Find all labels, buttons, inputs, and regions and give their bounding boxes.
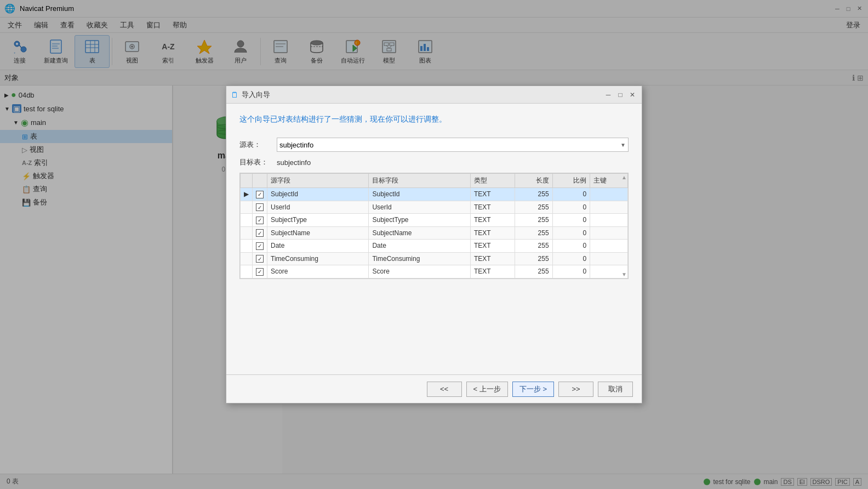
row-indicator: ▶: [241, 188, 253, 201]
length-cell: 255: [515, 240, 552, 253]
table-scroll[interactable]: 源字段 目标字段 类型 长度 比例 主键 ▶ ✓ Subject: [240, 173, 628, 278]
target-field-cell: SubjectId: [369, 188, 470, 201]
table-row: ✓ UserId UserId TEXT 255 0: [241, 201, 628, 214]
target-table-value: subjectinfo: [277, 158, 311, 167]
target-field-cell: Score: [369, 265, 470, 278]
dialog-hint: 这个向导已对表结构进行了一些猜测，现在你可以进行调整。: [239, 115, 629, 124]
row-checkbox[interactable]: ✓: [253, 201, 267, 214]
col-target-field: 目标字段: [369, 174, 470, 188]
pk-cell: [590, 226, 628, 240]
cancel-button[interactable]: 取消: [598, 382, 633, 397]
table-row: ▶ ✓ SubjectId SubjectId TEXT 255 0: [241, 188, 628, 201]
source-field-cell: UserId: [267, 201, 369, 214]
col-source-field: 源字段: [267, 174, 369, 188]
row-checkbox[interactable]: ✓: [253, 240, 267, 253]
table-row: ✓ Date Date TEXT 255 0: [241, 240, 628, 253]
row-checkbox[interactable]: ✓: [253, 226, 267, 240]
type-cell: TEXT: [470, 201, 515, 214]
scroll-up-button[interactable]: ▲: [621, 174, 627, 180]
source-table-row: 源表： subjectinfo ▼: [239, 138, 629, 152]
target-field-cell: SubjectName: [369, 226, 470, 240]
dialog-minimize-button[interactable]: ─: [603, 90, 613, 100]
source-field-cell: Score: [267, 265, 369, 278]
dialog-icon: 🗒: [231, 90, 238, 99]
table-row: ✓ SubjectType SubjectType TEXT 255 0: [241, 214, 628, 227]
first-page-button[interactable]: <<: [427, 382, 462, 397]
row-indicator: [241, 252, 253, 265]
target-field-cell: UserId: [369, 201, 470, 214]
next-step-button[interactable]: 下一步 >: [512, 382, 554, 397]
pk-cell: [590, 201, 628, 214]
source-field-cell: SubjectType: [267, 214, 369, 227]
scale-cell: 0: [552, 201, 590, 214]
length-cell: 255: [515, 188, 552, 201]
length-cell: 255: [515, 201, 552, 214]
length-cell: 255: [515, 226, 552, 240]
row-checkbox[interactable]: ✓: [253, 188, 267, 201]
field-mapping-table: 源字段 目标字段 类型 长度 比例 主键 ▶ ✓ Subject: [239, 173, 629, 279]
type-cell: TEXT: [470, 214, 515, 227]
type-cell: TEXT: [470, 240, 515, 253]
length-cell: 255: [515, 252, 552, 265]
col-length: 长度: [515, 174, 552, 188]
col-scale: 比例: [552, 174, 590, 188]
table-row: ✓ Score Score TEXT 255 0: [241, 265, 628, 278]
type-cell: TEXT: [470, 188, 515, 201]
source-field-cell: SubjectId: [267, 188, 369, 201]
last-page-button[interactable]: >>: [558, 382, 593, 397]
source-table-select[interactable]: subjectinfo ▼: [277, 138, 629, 152]
scroll-down-button[interactable]: ▼: [621, 271, 627, 277]
prev-step-button[interactable]: < 上一步: [466, 382, 508, 397]
target-field-cell: SubjectType: [369, 214, 470, 227]
col-type: 类型: [470, 174, 515, 188]
row-indicator: [241, 214, 253, 227]
target-table-row: 目标表： subjectinfo: [239, 157, 629, 167]
type-cell: TEXT: [470, 252, 515, 265]
scale-cell: 0: [552, 214, 590, 227]
target-label: 目标表：: [239, 157, 272, 167]
import-wizard-dialog: 🗒 导入向导 ─ □ ✕ 这个向导已对表结构进行了一些猜测，现在你可以进行调整。…: [226, 86, 642, 403]
source-label: 源表：: [239, 140, 272, 150]
source-field-cell: Date: [267, 240, 369, 253]
row-indicator: [241, 201, 253, 214]
table-row: ✓ TimeConsuming TimeConsuming TEXT 255 0: [241, 252, 628, 265]
target-field-cell: TimeConsuming: [369, 252, 470, 265]
scale-cell: 0: [552, 226, 590, 240]
target-field-cell: Date: [369, 240, 470, 253]
dialog-close-button[interactable]: ✕: [627, 90, 637, 100]
source-field-cell: SubjectName: [267, 226, 369, 240]
table-row: ✓ SubjectName SubjectName TEXT 255 0: [241, 226, 628, 240]
scale-cell: 0: [552, 188, 590, 201]
pk-cell: [590, 214, 628, 227]
scale-cell: 0: [552, 240, 590, 253]
col-indicator: [241, 174, 253, 188]
pk-cell: [590, 252, 628, 265]
dialog-body: 这个向导已对表结构进行了一些猜测，现在你可以进行调整。 源表： subjecti…: [226, 104, 642, 374]
col-checkbox: [253, 174, 267, 188]
source-table-value: subjectinfo: [279, 141, 313, 149]
pk-cell: [590, 188, 628, 201]
select-arrow-icon: ▼: [620, 142, 626, 148]
row-indicator: [241, 240, 253, 253]
type-cell: TEXT: [470, 226, 515, 240]
row-indicator: [241, 226, 253, 240]
length-cell: 255: [515, 265, 552, 278]
row-checkbox[interactable]: ✓: [253, 214, 267, 227]
scale-cell: 0: [552, 265, 590, 278]
dialog-title: 导入向导: [242, 90, 270, 100]
table-header-row: 源字段 目标字段 类型 长度 比例 主键: [241, 174, 628, 188]
row-checkbox[interactable]: ✓: [253, 252, 267, 265]
scale-cell: 0: [552, 252, 590, 265]
row-checkbox[interactable]: ✓: [253, 265, 267, 278]
dialog-title-bar: 🗒 导入向导 ─ □ ✕: [226, 86, 642, 104]
dialog-maximize-button[interactable]: □: [615, 90, 625, 100]
source-field-cell: TimeConsuming: [267, 252, 369, 265]
pk-cell: [590, 240, 628, 253]
dialog-footer: << < 上一步 下一步 > >> 取消: [226, 374, 642, 403]
length-cell: 255: [515, 214, 552, 227]
row-indicator: [241, 265, 253, 278]
modal-overlay: 🗒 导入向导 ─ □ ✕ 这个向导已对表结构进行了一些猜测，现在你可以进行调整。…: [0, 0, 868, 489]
type-cell: TEXT: [470, 265, 515, 278]
